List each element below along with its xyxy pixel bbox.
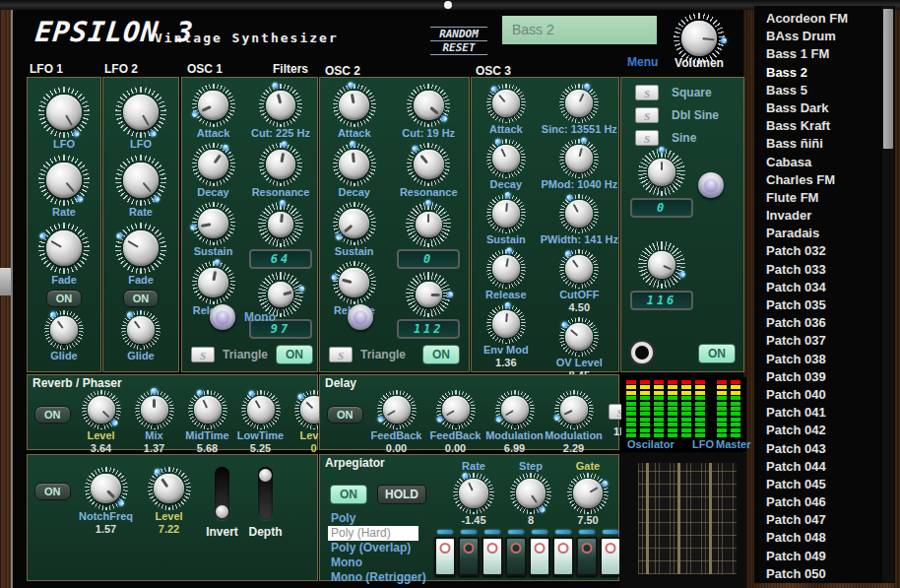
- arp-mode-poly[interactable]: Poly: [328, 511, 429, 526]
- lowtime-knob[interactable]: [241, 390, 281, 429]
- lfo-knob[interactable]: [38, 87, 90, 138]
- patch-item[interactable]: Patch 037: [766, 333, 880, 351]
- level-knob[interactable]: [82, 390, 121, 429]
- patch-item[interactable]: Flute FM: [766, 190, 880, 208]
- glide-knob[interactable]: [44, 310, 84, 350]
- decay-knob[interactable]: [333, 143, 376, 186]
- patch-item[interactable]: Bass Kraft: [766, 118, 880, 136]
- arp-switch-8[interactable]: [600, 530, 621, 576]
- attack-knob[interactable]: [333, 84, 376, 127]
- patch-item[interactable]: Patch 036: [766, 315, 880, 333]
- rate-knob[interactable]: [453, 473, 494, 514]
- value-knob[interactable]: [638, 149, 685, 196]
- patch-item[interactable]: Bass 5: [766, 83, 880, 100]
- patch-item[interactable]: Patch 049: [766, 549, 880, 566]
- patch-item[interactable]: BAss Drum: [766, 29, 880, 46]
- mix-knob[interactable]: [135, 390, 174, 429]
- osc2-round-button[interactable]: [348, 304, 373, 330]
- arp-hold-button[interactable]: HOLD: [377, 485, 426, 504]
- patch-item[interactable]: Patch 046: [766, 494, 880, 512]
- decay-knob[interactable]: [192, 143, 235, 186]
- arp-switch-2[interactable]: [458, 530, 480, 576]
- patch-item[interactable]: Patch 035: [766, 297, 880, 315]
- release-knob[interactable]: [486, 249, 526, 289]
- env-mod-knob[interactable]: [486, 304, 526, 344]
- level-knob[interactable]: [148, 467, 191, 510]
- cut-19-hz-knob[interactable]: [407, 84, 450, 127]
- square-s-button[interactable]: S: [635, 85, 659, 100]
- patch-item[interactable]: Patch 048: [766, 530, 880, 548]
- step-knob[interactable]: [510, 473, 551, 514]
- patch-scrollbar-thumb[interactable]: [883, 9, 893, 149]
- patch-item[interactable]: Invader: [766, 208, 880, 226]
- patch-item[interactable]: Paradais: [766, 226, 880, 243]
- patch-item[interactable]: Patch 041: [766, 405, 880, 423]
- arp-switch-7[interactable]: [576, 530, 598, 576]
- gate-knob[interactable]: [567, 473, 609, 514]
- jack-button[interactable]: [631, 342, 653, 363]
- slider-handle[interactable]: [216, 505, 228, 518]
- reset-button[interactable]: RESET: [430, 41, 487, 55]
- arp-switch-6[interactable]: [552, 530, 574, 576]
- arp-switch-4[interactable]: [505, 530, 527, 576]
- patch-item[interactable]: Patch 050: [766, 566, 880, 584]
- sustain-knob[interactable]: [192, 202, 235, 245]
- patch-item[interactable]: Bass Dark: [766, 100, 880, 118]
- titlebar-dot[interactable]: [444, 1, 452, 9]
- pwidth-141-hz-knob[interactable]: [559, 194, 599, 233]
- depth-slider[interactable]: [258, 467, 273, 520]
- patch-item[interactable]: Patch 040: [766, 387, 880, 405]
- midtime-knob[interactable]: [188, 390, 227, 429]
- attack-knob[interactable]: [486, 84, 526, 123]
- arp-switch-1[interactable]: [434, 530, 456, 576]
- attack-knob[interactable]: [192, 84, 235, 127]
- mono-button[interactable]: [210, 304, 235, 330]
- patch-item[interactable]: Patch 042: [766, 423, 880, 440]
- patch-item[interactable]: Bass ñiñi: [766, 136, 880, 154]
- value-knob[interactable]: [258, 202, 303, 247]
- cut-225-hz-knob[interactable]: [259, 84, 302, 127]
- arp-mode-mono[interactable]: Mono: [328, 555, 429, 570]
- decay-knob[interactable]: [486, 139, 526, 178]
- rate-knob[interactable]: [115, 155, 166, 206]
- osc1-s-button[interactable]: S: [191, 347, 215, 362]
- patch-item[interactable]: Bass 2: [766, 65, 880, 83]
- lfo-knob[interactable]: [115, 87, 166, 138]
- invert-slider[interactable]: [215, 467, 229, 520]
- patch-item[interactable]: Cabasa: [766, 155, 880, 172]
- wave-round-button[interactable]: [698, 172, 724, 198]
- patch-item[interactable]: Patch 038: [766, 352, 880, 369]
- resonance-knob[interactable]: [407, 143, 450, 186]
- patch-item[interactable]: Patch 032: [766, 243, 880, 261]
- arp-switch-5[interactable]: [529, 530, 550, 576]
- sinc-13551-hz-knob[interactable]: [559, 84, 599, 123]
- patch-item[interactable]: Charles FM: [766, 172, 880, 190]
- release-knob[interactable]: [192, 261, 235, 304]
- arp-switch-3[interactable]: [482, 530, 503, 576]
- patch-item[interactable]: Patch 039: [766, 369, 880, 387]
- rate-knob[interactable]: [38, 155, 90, 206]
- delay-on-button[interactable]: ON: [327, 406, 363, 424]
- value-knob[interactable]: [406, 202, 451, 247]
- glide-knob[interactable]: [121, 310, 161, 350]
- patch-item[interactable]: Bass 1 FM: [766, 46, 880, 64]
- patch-item[interactable]: Acordeon FM: [766, 11, 880, 29]
- osc2-s-button[interactable]: S: [329, 347, 353, 362]
- patch-item[interactable]: Patch 045: [766, 477, 880, 494]
- random-button[interactable]: RANDOM: [430, 27, 487, 41]
- reverb-on-button[interactable]: ON: [34, 406, 71, 424]
- cutoff-knob[interactable]: [559, 249, 599, 289]
- menu-button[interactable]: Menu: [627, 55, 658, 69]
- feedback-knob[interactable]: [436, 390, 476, 429]
- notchfreq-knob[interactable]: [85, 467, 128, 510]
- value-knob[interactable]: [638, 241, 685, 289]
- feedback-knob[interactable]: [377, 390, 417, 429]
- ov-level-knob[interactable]: [559, 317, 599, 357]
- arp-on-button[interactable]: ON: [330, 485, 367, 504]
- wave-on-button[interactable]: ON: [698, 344, 736, 363]
- value-knob[interactable]: [406, 272, 451, 317]
- patch-item[interactable]: Patch 047: [766, 512, 880, 530]
- sustain-knob[interactable]: [333, 202, 376, 245]
- pmod-1040-hz-knob[interactable]: [559, 139, 599, 178]
- dbl-sine-s-button[interactable]: S: [635, 107, 659, 123]
